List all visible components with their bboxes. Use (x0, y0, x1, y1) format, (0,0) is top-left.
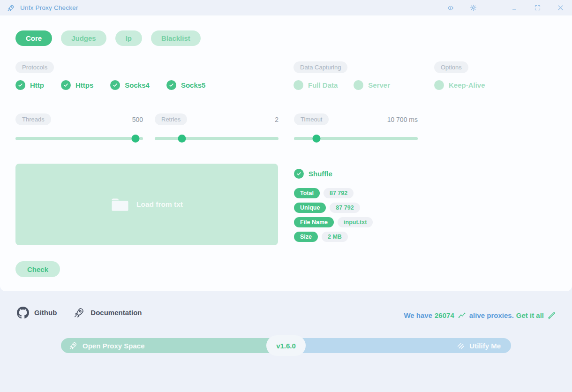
options-section: Options Keep-Alive (434, 61, 485, 90)
promo-alive-proxies: alive proxies. (469, 311, 514, 319)
stat-value-badge: input.txt (338, 217, 373, 227)
github-link[interactable]: Github (17, 307, 57, 319)
check-icon (294, 169, 304, 179)
protocols-chip: Protocols (15, 61, 54, 73)
timeout-slider-track[interactable] (294, 137, 418, 140)
check-button[interactable]: Check (15, 261, 60, 277)
timeout-chip: Timeout (294, 113, 329, 125)
timeout-value: 10 700 ms (387, 116, 418, 123)
check-icon (166, 80, 176, 90)
rocket-icon (7, 4, 15, 12)
stat-value-badge: 87 792 (324, 188, 354, 198)
pulse-icon (457, 312, 467, 319)
tab-core[interactable]: Core (15, 30, 52, 46)
tab-judges[interactable]: Judges (61, 30, 106, 46)
stripes-icon (457, 341, 465, 350)
tab-bar: Core Judges Ip Blacklist (15, 30, 201, 46)
unchecked-circle-icon (434, 80, 444, 90)
maximize-icon[interactable] (533, 4, 542, 12)
get-it-all-link[interactable]: Get it all (516, 311, 544, 319)
protocols-row: Http Https Socks4 (15, 80, 205, 90)
utilify-me-label: Utilify Me (469, 342, 501, 350)
options-row: Keep-Alive (434, 80, 485, 90)
rocket-icon (73, 306, 85, 319)
utilify-me-link[interactable]: Utilify Me (286, 338, 511, 353)
unchecked-circle-icon (294, 80, 303, 90)
checkbox-server[interactable]: Server (354, 80, 390, 90)
minimize-icon[interactable] (510, 4, 519, 12)
window-title: Unfx Proxy Checker (20, 4, 78, 11)
check-icon (110, 80, 120, 90)
data-capturing-chip: Data Capturing (294, 61, 347, 73)
stat-row-size: Size 2 MB (294, 232, 373, 242)
retries-slider-track[interactable] (155, 137, 278, 140)
load-from-txt-dropzone[interactable]: Load from txt (15, 164, 278, 245)
promo-count: 26074 (435, 311, 454, 319)
open-proxy-space-link[interactable]: Open Proxy Space (61, 338, 286, 353)
documentation-link[interactable]: Documentation (73, 306, 142, 319)
checkbox-label: Shuffle (309, 170, 332, 178)
checkbox-label: Keep-Alive (449, 81, 485, 89)
retries-chip: Retries (155, 113, 187, 125)
retries-slider-knob[interactable] (178, 135, 186, 143)
checkbox-label: Full Data (308, 81, 338, 89)
checkbox-label: Https (75, 81, 93, 89)
tab-blacklist[interactable]: Blacklist (151, 30, 201, 46)
timeout-slider-group: Timeout 10 700 ms (294, 113, 418, 140)
code-icon[interactable] (446, 4, 455, 12)
stat-value-badge: 2 MB (322, 232, 348, 242)
check-icon (15, 80, 25, 90)
stat-key-badge: Size (294, 232, 318, 242)
checkbox-keep-alive[interactable]: Keep-Alive (434, 80, 485, 90)
app-window: Unfx Proxy Checker Core (0, 0, 572, 392)
load-from-txt-label: Load from txt (136, 200, 183, 209)
version-badge: v1.6.0 (266, 335, 306, 356)
checkbox-label: Socks5 (181, 81, 206, 89)
checkbox-socks4[interactable]: Socks4 (110, 80, 150, 90)
stat-value-badge: 87 792 (330, 203, 360, 213)
checkbox-label: Socks4 (125, 81, 150, 89)
bottom-bar: Open Proxy Space Utilify Me v1.6.0 (61, 338, 511, 353)
content-card: Core Judges Ip Blacklist Protocols Http (0, 15, 572, 291)
github-icon (17, 307, 29, 319)
titlebar: Unfx Proxy Checker (0, 0, 572, 15)
stat-row-file-name: File Name input.txt (294, 217, 373, 227)
slider-head: Threads 500 (15, 113, 143, 125)
alive-proxies-promo: We have 26074 alive proxies. Get it all (404, 311, 557, 320)
shuffle-section: Shuffle (294, 169, 332, 179)
stat-key-badge: Unique (294, 203, 326, 213)
folder-icon (111, 197, 129, 212)
data-capturing-section: Data Capturing Full Data Server (294, 61, 390, 90)
close-icon[interactable] (556, 4, 564, 12)
checkbox-socks5[interactable]: Socks5 (166, 80, 206, 90)
slider-head: Timeout 10 700 ms (294, 113, 418, 125)
checkbox-label: Server (368, 81, 390, 89)
checkbox-http[interactable]: Http (15, 80, 44, 90)
footer-links: Github Documentation (17, 306, 142, 319)
checkbox-https[interactable]: Https (61, 80, 93, 90)
pencil-icon (546, 311, 557, 320)
rocket-icon (68, 341, 78, 350)
tab-ip[interactable]: Ip (115, 30, 142, 46)
threads-slider-group: Threads 500 (15, 113, 143, 140)
github-label: Github (34, 309, 57, 317)
threads-slider-knob[interactable] (131, 135, 139, 143)
stat-key-badge: File Name (294, 217, 334, 227)
data-capturing-row: Full Data Server (294, 80, 390, 90)
threads-value: 500 (132, 116, 143, 123)
threads-chip: Threads (15, 113, 51, 125)
retries-slider-group: Retries 2 (155, 113, 278, 140)
slider-head: Retries 2 (155, 113, 278, 125)
threads-slider-track[interactable] (15, 137, 143, 140)
documentation-label: Documentation (90, 309, 142, 317)
options-chip: Options (434, 61, 468, 73)
retries-value: 2 (275, 116, 278, 123)
checkbox-shuffle[interactable]: Shuffle (294, 169, 332, 179)
open-proxy-space-label: Open Proxy Space (83, 342, 145, 350)
timeout-slider-knob[interactable] (312, 135, 320, 143)
checkbox-label: Http (30, 81, 44, 89)
sun-icon[interactable] (469, 4, 477, 12)
unchecked-circle-icon (354, 80, 363, 90)
checkbox-full-data[interactable]: Full Data (294, 80, 338, 90)
stat-key-badge: Total (294, 188, 320, 198)
